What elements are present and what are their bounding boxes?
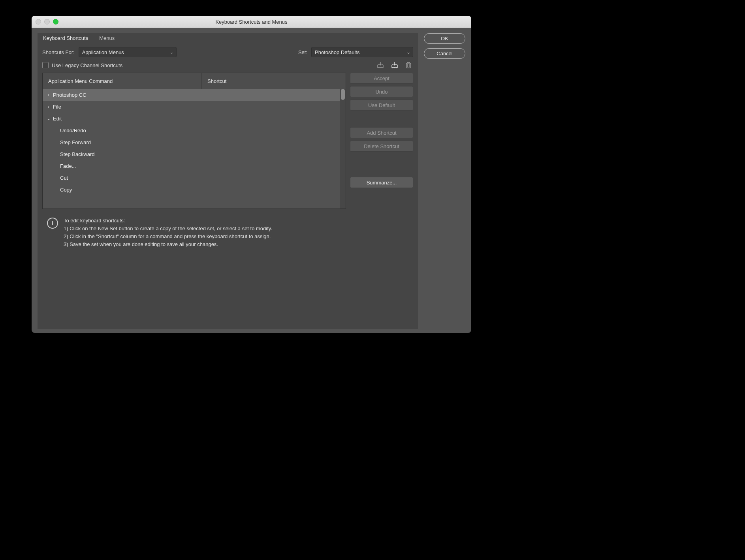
dialog-button-column: OK Cancel bbox=[424, 33, 465, 329]
info-line: 3) Save the set when you are done editin… bbox=[64, 241, 272, 248]
dialog-window: Keyboard Shortcuts and Menus Keyboard Sh… bbox=[32, 16, 471, 333]
legacy-channel-checkbox[interactable] bbox=[42, 62, 49, 68]
row-label: Photoshop CC bbox=[53, 92, 87, 98]
shortcuts-for-select[interactable]: Application Menus ⌵ bbox=[79, 47, 177, 57]
row-label: File bbox=[53, 104, 61, 110]
column-header-shortcut[interactable]: Shortcut bbox=[202, 73, 346, 89]
info-text: To edit keyboard shortcuts: 1) Click on … bbox=[64, 217, 272, 249]
shortcuts-table-area: Application Menu Command Shortcut › Phot… bbox=[42, 73, 413, 209]
info-icon: i bbox=[47, 218, 58, 229]
shortcuts-table: Application Menu Command Shortcut › Phot… bbox=[42, 73, 346, 209]
table-row[interactable]: Fade... bbox=[43, 160, 340, 172]
panel-content: Shortcuts For: Application Menus ⌵ Set: … bbox=[38, 43, 418, 329]
delete-shortcut-button[interactable]: Delete Shortcut bbox=[350, 141, 413, 152]
row-label: Undo/Redo bbox=[60, 128, 86, 133]
window-body: Keyboard Shortcuts Menus Shortcuts For: … bbox=[32, 28, 471, 333]
titlebar: Keyboard Shortcuts and Menus bbox=[32, 16, 471, 28]
tab-menus[interactable]: Menus bbox=[94, 33, 120, 43]
table-row[interactable]: Undo/Redo bbox=[43, 124, 340, 136]
chevron-right-icon: › bbox=[46, 92, 51, 98]
info-line: 2) Click in the "Shortcut" column for a … bbox=[64, 233, 272, 241]
summarize-button[interactable]: Summarize... bbox=[350, 177, 413, 188]
use-default-button[interactable]: Use Default bbox=[350, 100, 413, 111]
action-buttons-column: Accept Undo Use Default Add Shortcut Del… bbox=[350, 73, 413, 209]
row-label: Step Forward bbox=[60, 139, 91, 145]
set-label: Set: bbox=[298, 49, 307, 55]
svg-point-1 bbox=[394, 68, 395, 68]
main-area: Keyboard Shortcuts Menus Shortcuts For: … bbox=[38, 33, 418, 329]
set-value: Photoshop Defaults bbox=[315, 49, 359, 55]
table-row[interactable]: › File bbox=[43, 101, 340, 113]
table-scrollbar[interactable] bbox=[340, 89, 346, 209]
table-row[interactable]: › Photoshop CC bbox=[43, 89, 340, 101]
tab-bar: Keyboard Shortcuts Menus bbox=[38, 33, 418, 43]
table-row[interactable]: Copy bbox=[43, 184, 340, 195]
svg-point-0 bbox=[392, 68, 393, 68]
set-select[interactable]: Photoshop Defaults ⌵ bbox=[311, 47, 413, 57]
table-rows: › Photoshop CC › File ⌄ Edit bbox=[43, 89, 340, 209]
save-set-icon[interactable] bbox=[377, 62, 384, 69]
table-row[interactable]: Step Backward bbox=[43, 148, 340, 160]
accept-button[interactable]: Accept bbox=[350, 73, 413, 84]
table-row[interactable]: Step Forward bbox=[43, 136, 340, 148]
shortcuts-for-row: Shortcuts For: Application Menus ⌵ Set: … bbox=[38, 43, 418, 59]
close-window-button[interactable] bbox=[36, 19, 41, 24]
table-row[interactable]: Cut bbox=[43, 172, 340, 184]
shortcuts-for-label: Shortcuts For: bbox=[42, 49, 75, 55]
row-label: Copy bbox=[60, 187, 72, 193]
shortcuts-for-value: Application Menus bbox=[82, 49, 124, 55]
new-set-icon[interactable] bbox=[391, 62, 398, 69]
window-controls bbox=[36, 19, 58, 24]
window-title: Keyboard Shortcuts and Menus bbox=[32, 19, 471, 25]
chevron-down-icon: ⌄ bbox=[46, 116, 51, 121]
info-line: 1) Click on the New Set button to create… bbox=[64, 225, 272, 233]
minimize-window-button[interactable] bbox=[44, 19, 50, 24]
tab-keyboard-shortcuts[interactable]: Keyboard Shortcuts bbox=[38, 33, 94, 43]
svg-point-2 bbox=[396, 68, 397, 68]
legacy-channel-label: Use Legacy Channel Shortcuts bbox=[52, 62, 122, 68]
table-body: › Photoshop CC › File ⌄ Edit bbox=[43, 89, 346, 209]
table-header: Application Menu Command Shortcut bbox=[43, 73, 346, 89]
chevron-down-icon: ⌵ bbox=[407, 50, 410, 54]
chevron-right-icon: › bbox=[46, 104, 51, 109]
trash-icon[interactable] bbox=[405, 62, 412, 69]
legacy-row: Use Legacy Channel Shortcuts bbox=[38, 59, 418, 70]
undo-button[interactable]: Undo bbox=[350, 86, 413, 97]
column-header-command[interactable]: Application Menu Command bbox=[43, 73, 202, 89]
info-heading: To edit keyboard shortcuts: bbox=[64, 217, 272, 225]
set-toolbar-icons bbox=[377, 62, 413, 69]
scroll-thumb[interactable] bbox=[341, 89, 345, 100]
table-row[interactable]: ⌄ Edit bbox=[43, 113, 340, 124]
zoom-window-button[interactable] bbox=[53, 19, 58, 24]
row-label: Cut bbox=[60, 175, 68, 181]
chevron-down-icon: ⌵ bbox=[171, 50, 173, 54]
row-label: Step Backward bbox=[60, 151, 94, 157]
cancel-button[interactable]: Cancel bbox=[424, 48, 465, 59]
row-label: Fade... bbox=[60, 163, 76, 169]
info-area: i To edit keyboard shortcuts: 1) Click o… bbox=[47, 217, 413, 249]
row-label: Edit bbox=[53, 116, 62, 122]
add-shortcut-button[interactable]: Add Shortcut bbox=[350, 127, 413, 138]
ok-button[interactable]: OK bbox=[424, 33, 465, 44]
